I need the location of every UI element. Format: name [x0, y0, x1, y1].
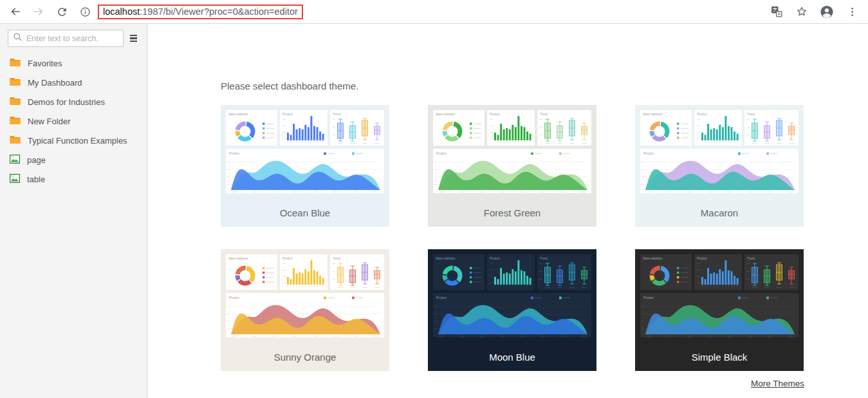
svg-text:Sales statistics: Sales statistics: [643, 113, 663, 116]
sidebar-item-page[interactable]: page: [0, 150, 147, 169]
theme-card-moon-blue[interactable]: Sales statisticsProductTrendProduct Moon…: [428, 249, 596, 371]
sidebar-item-table[interactable]: table: [0, 169, 147, 189]
theme-name: Macaron: [635, 198, 804, 227]
url-path: :1987/bi/Viewer?proc=0&action=editor: [140, 6, 298, 17]
svg-text:Trend: Trend: [747, 257, 755, 260]
svg-text:Product: Product: [436, 296, 447, 299]
dashboard-preview-image: Sales statisticsProductTrendProduct: [640, 110, 799, 193]
theme-preview: Sales statisticsProductTrendProduct: [635, 105, 804, 198]
svg-text:Sales statistics: Sales statistics: [228, 113, 248, 116]
theme-card-ocean-blue[interactable]: Sales statisticsProductTrendProduct Ocea…: [221, 105, 389, 227]
folder-icon: [10, 116, 21, 127]
theme-card-forest-green[interactable]: Sales statisticsProductTrendProduct Fore…: [428, 105, 596, 227]
kebab-menu-icon[interactable]: [845, 5, 859, 19]
folder-icon: [10, 58, 21, 69]
dashboard-preview-image: Sales statisticsProductTrendProduct: [433, 254, 591, 337]
page-title: Please select dashboard theme.: [221, 81, 358, 91]
sidebar-item-typical-function-examples[interactable]: Typical Function Examples: [0, 131, 147, 150]
svg-text:Product: Product: [229, 152, 240, 155]
nav-icons: [0, 5, 92, 19]
theme-name: Forest Green: [428, 198, 596, 227]
svg-text:Product: Product: [697, 257, 708, 260]
svg-text:Trend: Trend: [747, 113, 755, 116]
svg-text:Trend: Trend: [540, 113, 548, 116]
svg-text:Sales statistics: Sales statistics: [643, 257, 663, 260]
svg-text:Product: Product: [643, 296, 654, 299]
search-icon: [13, 32, 23, 44]
svg-text:Trend: Trend: [540, 257, 548, 260]
sidebar-item-label: Favorites: [28, 59, 62, 68]
theme-preview: Sales statisticsProductTrendProduct: [221, 249, 389, 343]
dashboard-preview-image: Sales statisticsProductTrendProduct: [226, 110, 384, 193]
search-row: [8, 30, 140, 47]
svg-text:Product: Product: [282, 257, 293, 260]
sidebar-item-label: Demos for Industries: [28, 97, 105, 107]
url-highlight-box[interactable]: localhost:1987/bi/Viewer?proc=0&action=e…: [98, 5, 303, 19]
sidebar-item-label: My Dashboard: [28, 78, 82, 88]
svg-text:Trend: Trend: [333, 113, 340, 116]
forward-icon[interactable]: [32, 5, 46, 19]
themes-grid: Sales statisticsProductTrendProduct Ocea…: [221, 105, 804, 371]
translate-icon[interactable]: A: [770, 5, 784, 19]
svg-text:Product: Product: [490, 257, 501, 260]
url-host: localhost: [103, 6, 140, 17]
search-box[interactable]: [8, 30, 124, 47]
sidebar-item-label: table: [27, 175, 45, 184]
theme-preview: Sales statisticsProductTrendProduct: [428, 249, 596, 343]
folder-icon: [10, 97, 21, 108]
svg-text:Product: Product: [697, 113, 708, 116]
svg-text:Product: Product: [229, 296, 240, 299]
svg-text:Product: Product: [282, 113, 293, 116]
main-content: Please select dashboard theme. Sales sta…: [148, 24, 868, 398]
theme-name: Moon Blue: [428, 343, 596, 371]
page-info-icon[interactable]: [78, 5, 92, 19]
more-themes-link[interactable]: More Themes: [751, 379, 804, 388]
svg-text:A: A: [778, 12, 781, 16]
svg-text:Sales statistics: Sales statistics: [228, 257, 248, 260]
theme-name: Sunny Orange: [221, 343, 389, 371]
svg-text:Product: Product: [436, 152, 447, 155]
toolbar-right-icons: A: [770, 5, 868, 19]
svg-text:Product: Product: [490, 113, 501, 116]
theme-card-sunny-orange[interactable]: Sales statisticsProductTrendProduct Sunn…: [221, 249, 389, 371]
svg-text:Sales statistics: Sales statistics: [436, 113, 456, 116]
sidebar-nav-list: Favorites My Dashboard Demos for Industr…: [0, 53, 147, 189]
sidebar-item-label: Typical Function Examples: [28, 136, 127, 146]
folder-icon: [10, 135, 21, 146]
theme-name: Simple Black: [635, 343, 804, 371]
dashboard-preview-image: Sales statisticsProductTrendProduct: [433, 110, 591, 193]
folder-icon: [10, 77, 21, 88]
dashboard-preview-image: Sales statisticsProductTrendProduct: [226, 254, 384, 337]
sidebar-item-label: page: [27, 155, 46, 165]
sidebar-item-favorites[interactable]: Favorites: [0, 53, 147, 73]
theme-card-simple-black[interactable]: Sales statisticsProductTrendProduct Simp…: [635, 249, 804, 371]
theme-preview: Sales statisticsProductTrendProduct: [635, 249, 804, 343]
svg-text:Trend: Trend: [333, 257, 340, 260]
theme-card-macaron[interactable]: Sales statisticsProductTrendProduct Maca…: [635, 105, 804, 227]
search-input[interactable]: [26, 34, 130, 43]
svg-text:Sales statistics: Sales statistics: [436, 257, 456, 260]
browser-toolbar: localhost:1987/bi/Viewer?proc=0&action=e…: [0, 0, 868, 24]
theme-preview: Sales statisticsProductTrendProduct: [428, 105, 596, 198]
list-menu-icon[interactable]: [128, 33, 138, 44]
dashboard-thumbnail-icon: [10, 174, 20, 185]
sidebar-item-new-folder[interactable]: New Folder: [0, 111, 147, 131]
back-icon[interactable]: [8, 5, 23, 19]
dashboard-thumbnail-icon: [10, 155, 20, 166]
theme-preview: Sales statisticsProductTrendProduct: [221, 105, 389, 198]
sidebar-item-my-dashboard[interactable]: My Dashboard: [0, 73, 147, 92]
reload-icon[interactable]: [55, 5, 69, 19]
dashboard-preview-image: Sales statisticsProductTrendProduct: [640, 254, 799, 337]
bookmark-star-icon[interactable]: [795, 5, 809, 19]
svg-text:Product: Product: [643, 152, 654, 155]
profile-avatar-icon[interactable]: [820, 5, 834, 19]
theme-name: Ocean Blue: [221, 198, 389, 227]
sidebar: Favorites My Dashboard Demos for Industr…: [0, 24, 147, 398]
sidebar-item-label: New Folder: [28, 117, 70, 126]
sidebar-item-demos-for-industries[interactable]: Demos for Industries: [0, 92, 147, 111]
